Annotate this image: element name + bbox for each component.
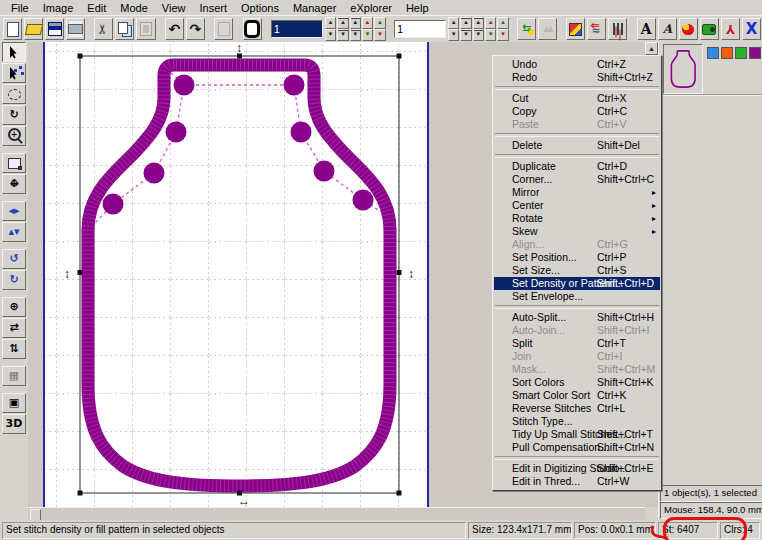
spin-buttons-2[interactable]: ▲▼ — [337, 17, 348, 41]
spin-down-icon[interactable]: ▼ — [325, 29, 336, 41]
mirror-horizontal-tool-button[interactable]: ◂▸ — [2, 201, 26, 221]
spin-buttons-1[interactable]: ▲▼ — [325, 17, 336, 41]
move-tool-button[interactable] — [2, 174, 26, 194]
context-menu-item-set-envelope[interactable]: Set Envelope... — [494, 290, 660, 303]
parameters-button[interactable] — [566, 18, 585, 40]
color-swatch-3[interactable] — [735, 47, 747, 59]
center-tool-button[interactable]: ⊕ — [2, 297, 26, 317]
spin-down-icon[interactable]: ▼ — [448, 29, 459, 41]
v-distribute-tool-button[interactable]: ⇅ — [2, 339, 26, 359]
cross-stitch-button[interactable]: X — [742, 18, 761, 40]
spin-up-icon[interactable]: ▲ — [350, 17, 361, 29]
copy-button[interactable] — [115, 18, 134, 40]
context-menu-item-pull-compensation[interactable]: Pull Compensation...Shift+Ctrl+N — [494, 441, 660, 454]
rotate-tool-button[interactable]: ↻ — [2, 105, 26, 125]
menubar-item-edit[interactable]: Edit — [80, 1, 113, 15]
redo-button[interactable]: ↷ — [186, 18, 205, 40]
view-3d-tool-button[interactable]: 3D — [2, 414, 26, 434]
spin-up-icon[interactable]: ▲ — [337, 17, 348, 29]
menubar-item-insert[interactable]: Insert — [192, 1, 234, 15]
windows-tool-button[interactable]: ▣ — [2, 393, 26, 413]
context-menu-item-set-position[interactable]: Set Position...Ctrl+P — [494, 251, 660, 264]
spin-down-icon[interactable]: ▼ — [374, 29, 385, 41]
spin-down-icon[interactable]: ▼ — [362, 29, 373, 41]
context-menu-item-split[interactable]: SplitCtrl+T — [494, 337, 660, 350]
context-menu-item-duplicate[interactable]: DuplicateCtrl+D — [494, 160, 660, 173]
spin-down-icon[interactable]: ▼ — [337, 29, 348, 41]
spin-up-icon[interactable]: ▲ — [325, 17, 336, 29]
menubar-item-mode[interactable]: Mode — [113, 1, 155, 15]
spin-down-icon[interactable]: ▼ — [497, 29, 508, 41]
context-menu-item-tidy-up-small-stitches[interactable]: Tidy Up Small Stitches...Shift+Ctrl+T — [494, 428, 660, 441]
horizontal-scrollbar[interactable] — [28, 507, 645, 521]
context-menu-item-redo[interactable]: RedoShift+Ctrl+Z — [494, 71, 660, 84]
menubar-item-view[interactable]: View — [155, 1, 193, 15]
new-file-button[interactable] — [3, 18, 22, 40]
color-index-spinner[interactable] — [394, 20, 446, 38]
object-thumbnail[interactable] — [663, 44, 703, 94]
cut-button[interactable] — [94, 18, 113, 40]
spin-up-icon[interactable]: ▲ — [362, 17, 373, 29]
context-menu-item-set-size[interactable]: Set Size...Ctrl+S — [494, 264, 660, 277]
context-menu-item-stitch-type[interactable]: Stitch Type... — [494, 415, 660, 428]
context-menu-item-smart-color-sort[interactable]: Smart Color SortCtrl+K — [494, 389, 660, 402]
menubar-item-manager[interactable]: Manager — [286, 1, 343, 15]
spin-buttons-4[interactable]: ▲▼ — [362, 17, 373, 41]
undo-button[interactable]: ↶ — [165, 18, 184, 40]
print-button[interactable] — [66, 18, 85, 40]
context-menu-item-copy[interactable]: CopyCtrl+C — [494, 105, 660, 118]
menubar-item-file[interactable]: File — [4, 1, 36, 15]
context-menu-item-delete[interactable]: DeleteShift+Del — [494, 139, 660, 152]
menubar-item-options[interactable]: Options — [234, 1, 286, 15]
context-menu-item-sort-colors[interactable]: Sort ColorsShift+Ctrl+K — [494, 376, 660, 389]
rotate-right-tool-button[interactable]: ↻ — [2, 270, 26, 290]
spin-buttons-9[interactable]: ▲▼ — [485, 17, 496, 41]
spin-buttons-5[interactable]: ▲▼ — [374, 17, 385, 41]
thred-bird-button[interactable]: Y — [721, 18, 740, 40]
resize-tool-button[interactable] — [2, 153, 26, 173]
context-menu-item-auto-split[interactable]: Auto-Split...Shift+Ctrl+H — [494, 311, 660, 324]
sfumato-camera-button[interactable] — [700, 18, 719, 40]
color-swatch-4[interactable] — [749, 47, 761, 59]
spin-up-icon[interactable]: ▲ — [460, 17, 471, 29]
spin-buttons-3[interactable]: ▲▼ — [350, 17, 361, 41]
pull-compensation-button[interactable] — [587, 18, 606, 40]
context-menu-item-edit-in-thred[interactable]: Edit in Thred...Ctrl+W — [494, 475, 660, 488]
select-tool-button[interactable] — [2, 42, 26, 62]
spin-up-icon[interactable]: ▲ — [485, 17, 496, 29]
spin-buttons-6[interactable]: ▲▼ — [448, 17, 459, 41]
context-menu-item-undo[interactable]: UndoCtrl+Z — [494, 58, 660, 71]
spin-down-icon[interactable]: ▼ — [350, 29, 361, 41]
scroll-up-icon[interactable]: ▲ — [645, 42, 658, 55]
text-italic-button[interactable]: A — [658, 18, 677, 40]
color-swatch-2[interactable] — [721, 47, 733, 59]
open-folder-button[interactable] — [24, 18, 43, 40]
context-menu-item-cut[interactable]: CutCtrl+X — [494, 92, 660, 105]
context-menu-item-mirror[interactable]: Mirror▸ — [494, 186, 660, 199]
separate-parts-button[interactable]: ⇆ — [517, 18, 536, 40]
zoom-tool-button[interactable] — [2, 126, 26, 146]
spin-buttons-7[interactable]: ▲▼ — [460, 17, 471, 41]
context-menu-item-skew[interactable]: Skew▸ — [494, 225, 660, 238]
spin-down-icon[interactable]: ▼ — [460, 29, 471, 41]
context-menu-item-rotate[interactable]: Rotate▸ — [494, 212, 660, 225]
mirror-vertical-tool-button[interactable]: ▴▾ — [2, 222, 26, 242]
menubar-item-image[interactable]: Image — [36, 1, 81, 15]
context-menu-item-reverse-stitches[interactable]: Reverse StitchesCtrl+L — [494, 402, 660, 415]
menubar-item-help[interactable]: Help — [399, 1, 436, 15]
color-swatch-1[interactable] — [707, 47, 719, 59]
stitch-edit-tool-button[interactable] — [2, 63, 26, 83]
h-distribute-tool-button[interactable]: ⇄ — [2, 318, 26, 338]
rotate-left-tool-button[interactable]: ↺ — [2, 249, 26, 269]
hoop-button[interactable] — [243, 18, 262, 40]
save-floppy-button[interactable] — [45, 18, 64, 40]
menubar-item-explorer[interactable]: eXplorer — [343, 1, 399, 15]
spin-down-icon[interactable]: ▼ — [485, 29, 496, 41]
spin-down-icon[interactable]: ▼ — [473, 29, 484, 41]
spin-buttons-8[interactable]: ▲▼ — [473, 17, 484, 41]
context-menu-item-corner[interactable]: Corner...Shift+Ctrl+C — [494, 173, 660, 186]
density-bars-button[interactable] — [608, 18, 627, 40]
font-a-button[interactable]: A — [637, 18, 656, 40]
context-menu-item-set-density-or-pattern[interactable]: Set Density or Pattern...Shift+Ctrl+D — [494, 277, 660, 290]
spin-up-icon[interactable]: ▲ — [473, 17, 484, 29]
